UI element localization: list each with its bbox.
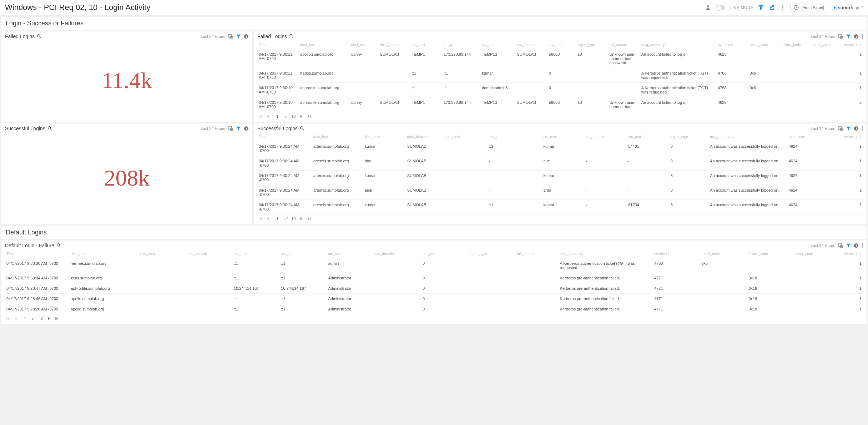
column-header[interactable]: logon_type — [669, 133, 708, 141]
page-first-button[interactable] — [258, 114, 262, 118]
popout-icon[interactable] — [228, 34, 233, 39]
popout-icon[interactable] — [838, 243, 843, 248]
column-header[interactable]: src_port — [547, 41, 576, 49]
column-header[interactable]: src_domain — [584, 133, 627, 141]
scrollbar-indicator[interactable] — [862, 126, 863, 131]
info-icon[interactable] — [854, 243, 859, 248]
column-header[interactable]: dest_user — [138, 250, 185, 258]
search-icon[interactable] — [56, 243, 61, 248]
live-mode-toggle[interactable] — [716, 5, 725, 10]
table-row[interactable]: 04/17/2017 9:30:21 AM -0700hades.sumolab… — [257, 68, 863, 83]
info-icon[interactable] — [244, 126, 249, 131]
column-header[interactable]: eventcode — [716, 41, 748, 49]
page-last-button[interactable] — [307, 217, 311, 221]
column-header[interactable]: Time — [257, 133, 312, 141]
popout-icon[interactable] — [838, 126, 843, 131]
info-icon[interactable] — [854, 34, 859, 39]
column-header[interactable]: src_user — [480, 41, 515, 49]
column-header[interactable]: Time — [5, 250, 69, 258]
page-next-button[interactable] — [299, 217, 303, 221]
column-header[interactable]: src_domain — [515, 41, 547, 49]
column-header[interactable]: src_domain — [374, 250, 421, 258]
info-icon[interactable] — [854, 126, 859, 131]
column-header[interactable]: fail_reason — [515, 250, 558, 258]
filter-icon[interactable] — [236, 126, 241, 131]
column-header[interactable]: src_port — [627, 133, 669, 141]
column-header[interactable]: msg_summary — [559, 250, 653, 258]
user-icon[interactable] — [705, 5, 711, 10]
filter-icon[interactable] — [846, 34, 851, 39]
table-row[interactable]: 04/17/2017 9:30:24 AM -0700artemis.sumol… — [257, 185, 863, 200]
table-row[interactable]: 04/17/2017 9:30:10 AM -0700aphrodite.sum… — [257, 97, 863, 112]
more-icon[interactable] — [779, 5, 785, 10]
page-input[interactable] — [21, 317, 29, 321]
column-header[interactable]: fail_reason — [608, 41, 640, 49]
page-last-button[interactable] — [307, 114, 311, 118]
column-header[interactable]: dest_domain — [406, 133, 445, 141]
column-header[interactable]: src_user — [327, 250, 374, 258]
column-header[interactable]: src_host — [445, 133, 488, 141]
column-header[interactable]: logon_type — [576, 41, 608, 49]
search-icon[interactable] — [300, 126, 305, 131]
page-next-button[interactable] — [299, 114, 303, 118]
column-header[interactable]: src_ip — [279, 250, 327, 258]
page-input[interactable] — [274, 217, 281, 221]
table-row[interactable]: 04/17/2017 9:30:10 AM -0700aphrodite.sum… — [257, 83, 863, 97]
page-next-button[interactable] — [47, 317, 51, 321]
column-header[interactable]: error_code — [812, 41, 841, 49]
column-header[interactable]: eventcode — [653, 250, 700, 258]
search-icon[interactable] — [289, 34, 294, 39]
column-header[interactable]: logon_type — [468, 250, 515, 258]
search-icon[interactable] — [47, 126, 52, 131]
page-first-button[interactable] — [6, 317, 10, 321]
column-header[interactable]: src_ip — [442, 41, 480, 49]
column-header[interactable]: src_user — [542, 133, 584, 141]
column-header[interactable]: failure_code — [780, 41, 812, 49]
scrollbar-indicator[interactable] — [862, 243, 863, 248]
column-header[interactable]: error_code — [794, 250, 837, 258]
filter-icon[interactable] — [846, 243, 851, 248]
scrollbar-indicator[interactable] — [862, 34, 863, 39]
column-header[interactable]: eventcount — [837, 250, 863, 258]
page-prev-button[interactable] — [266, 114, 270, 118]
column-header[interactable]: dest_domain — [378, 41, 410, 49]
table-row[interactable]: 04/17/2017 9:30:24 AM -0700artemis.sumol… — [257, 171, 863, 185]
column-header[interactable]: dest_domain — [185, 250, 232, 258]
filter-icon[interactable] — [236, 34, 241, 39]
column-header[interactable]: dest_user — [350, 41, 378, 49]
table-row[interactable]: 04/17/2017 9:28:47 AM -0700aphrodite.sum… — [5, 283, 863, 294]
page-last-button[interactable] — [55, 317, 59, 321]
column-header[interactable]: dest_host — [299, 41, 350, 49]
info-icon[interactable] — [244, 34, 249, 39]
column-header[interactable]: failure_code — [747, 250, 794, 258]
column-header[interactable]: src_host — [232, 250, 279, 258]
export-icon[interactable] — [769, 5, 774, 10]
column-header[interactable]: result_code — [700, 250, 747, 258]
table-row[interactable]: 04/17/2017 9:30:21 AM -0700apollo.sumola… — [257, 49, 863, 68]
page-input[interactable] — [274, 114, 281, 118]
column-header[interactable]: eventcount — [830, 133, 863, 141]
page-prev-button[interactable] — [14, 317, 18, 321]
column-header[interactable]: dest_user — [363, 133, 406, 141]
column-header[interactable]: src_port — [421, 250, 468, 258]
column-header[interactable]: src_ip — [488, 133, 542, 141]
table-row[interactable]: 04/17/2017 9:30:04 AM -0700zeus.sumolab.… — [5, 273, 863, 283]
table-row[interactable]: 04/17/2017 9:30:24 AM -0700artemis.sumol… — [257, 200, 863, 214]
table-row[interactable]: 04/17/2017 9:28:46 AM -0700apollo.sumola… — [5, 294, 863, 304]
filter-icon[interactable] — [846, 126, 851, 131]
search-icon[interactable] — [37, 34, 42, 39]
time-source-pill[interactable]: [From Panel] — [790, 4, 827, 11]
filter-icon[interactable] — [758, 5, 764, 10]
column-header[interactable]: eventcode — [787, 133, 830, 141]
table-row[interactable]: 04/17/2017 9:28:28 AM -0700apollo.sumola… — [5, 304, 863, 314]
column-header[interactable]: Time — [257, 41, 299, 49]
popout-icon[interactable] — [228, 126, 233, 131]
column-header[interactable]: eventcount — [841, 41, 863, 49]
column-header[interactable]: msg_summary — [708, 133, 787, 141]
column-header[interactable]: result_code — [748, 41, 780, 49]
table-row[interactable]: 04/17/2017 9:30:06 AM -0700hermes.sumola… — [5, 258, 863, 273]
table-row[interactable]: 04/17/2017 9:30:24 AM -0700artemis.sumol… — [257, 156, 863, 171]
column-header[interactable]: src_host — [410, 41, 442, 49]
page-first-button[interactable] — [258, 217, 262, 221]
table-row[interactable]: 04/17/2017 9:30:24 AM -0700artemis.sumol… — [257, 141, 863, 156]
